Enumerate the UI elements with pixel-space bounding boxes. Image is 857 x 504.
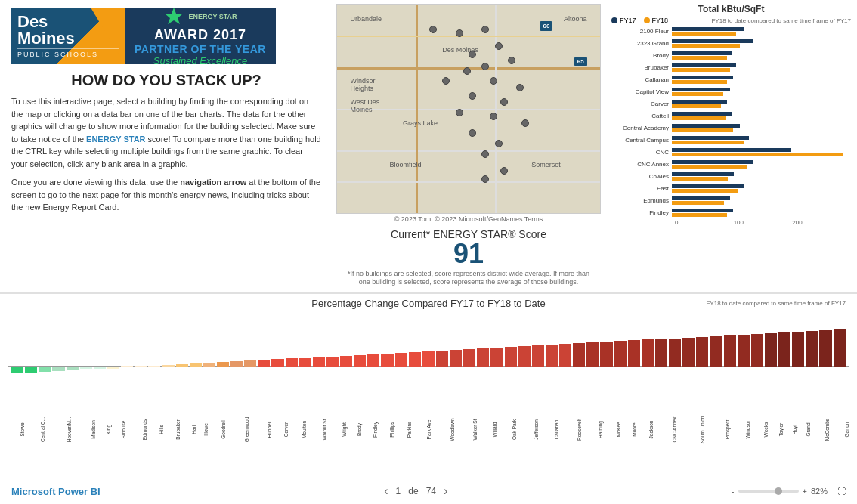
map-dot-17[interactable]: [469, 129, 476, 137]
bottom-bar-col[interactable]: [162, 311, 174, 405]
map-dot-18[interactable]: [495, 140, 503, 147]
bottom-bar-col[interactable]: [409, 311, 421, 405]
map-dot-14[interactable]: [456, 109, 463, 116]
bar-row[interactable]: CNC: [611, 147, 851, 157]
bottom-bar-col[interactable]: [614, 311, 627, 405]
bottom-bar-col[interactable]: [340, 311, 352, 405]
bottom-bar-col[interactable]: [52, 311, 64, 405]
map-container[interactable]: Urbandale Altoona WindsorHeights Des Moi…: [336, 4, 601, 214]
bottom-bar-col[interactable]: [724, 311, 736, 405]
bottom-bar-col[interactable]: [532, 311, 544, 405]
bar-row[interactable]: Findley: [611, 207, 851, 218]
bottom-bar-col[interactable]: [190, 311, 202, 405]
bottom-bar-col[interactable]: [354, 311, 366, 405]
bottom-bar-col[interactable]: [669, 311, 681, 405]
bottom-bar-col[interactable]: [806, 311, 818, 405]
map-dot-1[interactable]: [429, 26, 437, 33]
bottom-bar-col[interactable]: [792, 311, 804, 405]
bottom-bar-col[interactable]: [586, 311, 599, 405]
bottom-bar-col[interactable]: [738, 311, 750, 405]
bottom-bar-col[interactable]: [230, 311, 243, 405]
bar-row[interactable]: Edmunds: [611, 195, 851, 206]
bottom-bar-col[interactable]: [710, 311, 722, 405]
map-dot-12[interactable]: [469, 92, 476, 100]
bottom-bar-col[interactable]: [546, 311, 558, 405]
powerbi-brand[interactable]: Microsoft Power BI: [11, 486, 101, 497]
bottom-bar-col[interactable]: [642, 311, 654, 405]
bottom-bar-col[interactable]: [573, 311, 585, 405]
bar-row[interactable]: Cattell: [611, 110, 851, 121]
bottom-bar-col[interactable]: [600, 311, 612, 405]
bottom-bar-col[interactable]: [518, 311, 531, 405]
bottom-bar-col[interactable]: [505, 311, 517, 405]
bottom-bar-col[interactable]: [834, 311, 846, 405]
bottom-bar-col[interactable]: [778, 311, 790, 405]
bottom-bar-col[interactable]: [751, 311, 763, 405]
bottom-bar-col[interactable]: [819, 311, 831, 405]
bottom-bar-col[interactable]: [121, 311, 133, 405]
bottom-bar-col[interactable]: [39, 311, 51, 405]
map-dot-10[interactable]: [516, 84, 524, 91]
map-dot-4[interactable]: [495, 42, 503, 50]
zoom-plus[interactable]: +: [803, 487, 807, 496]
prev-page-arrow[interactable]: ‹: [384, 484, 388, 498]
bar-row[interactable]: Brubaker: [611, 62, 851, 73]
map-dot-5[interactable]: [469, 51, 476, 58]
horizontal-bar-chart[interactable]: StoweCentral C...Hoover/M...MadisonKingS…: [8, 311, 849, 447]
bottom-bar-col[interactable]: [422, 311, 435, 405]
map-dot-20[interactable]: [500, 167, 508, 175]
bottom-bar-col[interactable]: [244, 311, 256, 405]
bottom-bar-col[interactable]: [477, 311, 489, 405]
bottom-bar-col[interactable]: [271, 311, 283, 405]
map-dot-8[interactable]: [463, 67, 471, 75]
bottom-bar-col[interactable]: [258, 311, 270, 405]
bottom-bar-col[interactable]: [450, 311, 462, 405]
bottom-bar-col[interactable]: [148, 311, 160, 405]
bottom-bar-col[interactable]: [628, 311, 640, 405]
bottom-bar-col[interactable]: [313, 311, 325, 405]
bar-row[interactable]: Central Campus: [611, 135, 851, 145]
map-dot-16[interactable]: [521, 119, 529, 127]
zoom-slider[interactable]: [738, 490, 799, 493]
bottom-bar-col[interactable]: [696, 311, 708, 405]
bar-row[interactable]: Capitol View: [611, 86, 851, 97]
map-dot-13[interactable]: [500, 98, 508, 106]
bottom-bar-col[interactable]: [395, 311, 407, 405]
bottom-bar-col[interactable]: [94, 311, 106, 405]
bottom-bar-col[interactable]: [436, 311, 448, 405]
bar-row[interactable]: Brody: [611, 50, 851, 60]
map-dot-3[interactable]: [481, 26, 489, 33]
bar-row[interactable]: 2100 Fleur: [611, 26, 851, 36]
zoom-minus[interactable]: -: [732, 487, 735, 496]
bottom-bar-col[interactable]: [765, 311, 777, 405]
map-dot-11[interactable]: [442, 77, 450, 85]
map-dot-2[interactable]: [456, 29, 463, 37]
fullscreen-icon[interactable]: ⛶: [837, 487, 846, 496]
bottom-bar-col[interactable]: [490, 311, 503, 405]
bottom-bar-col[interactable]: [217, 311, 229, 405]
bottom-bar-col[interactable]: [326, 311, 339, 405]
map-dot-6[interactable]: [508, 57, 515, 64]
bottom-bar-col[interactable]: [107, 311, 119, 405]
bottom-bar-col[interactable]: [682, 311, 695, 405]
bar-row[interactable]: CNC Annex: [611, 159, 851, 169]
bar-row[interactable]: Callanan: [611, 74, 851, 85]
bottom-bar-col[interactable]: [367, 311, 379, 405]
bar-row[interactable]: 2323 Grand: [611, 38, 851, 48]
bar-row[interactable]: East: [611, 183, 851, 193]
bar-row[interactable]: Cowles: [611, 171, 851, 181]
bottom-bar-col[interactable]: [67, 311, 79, 405]
bar-row[interactable]: Carver: [611, 98, 851, 109]
bar-row[interactable]: Central Academy: [611, 122, 851, 133]
bottom-bar-col[interactable]: [286, 311, 298, 405]
bottom-bar-col[interactable]: [176, 311, 188, 405]
bar-chart[interactable]: 2100 Fleur2323 GrandBrodyBrubakerCallana…: [611, 26, 851, 218]
bottom-bar-col[interactable]: [203, 311, 215, 405]
bottom-bar-col[interactable]: [299, 311, 311, 405]
bottom-bar-col[interactable]: [135, 311, 147, 405]
bottom-bar-col[interactable]: [11, 311, 23, 405]
bottom-bar-col[interactable]: [381, 311, 393, 405]
bottom-bar-col[interactable]: [25, 311, 37, 405]
map-dot-19[interactable]: [481, 150, 489, 158]
bottom-bar-col[interactable]: [463, 311, 475, 405]
